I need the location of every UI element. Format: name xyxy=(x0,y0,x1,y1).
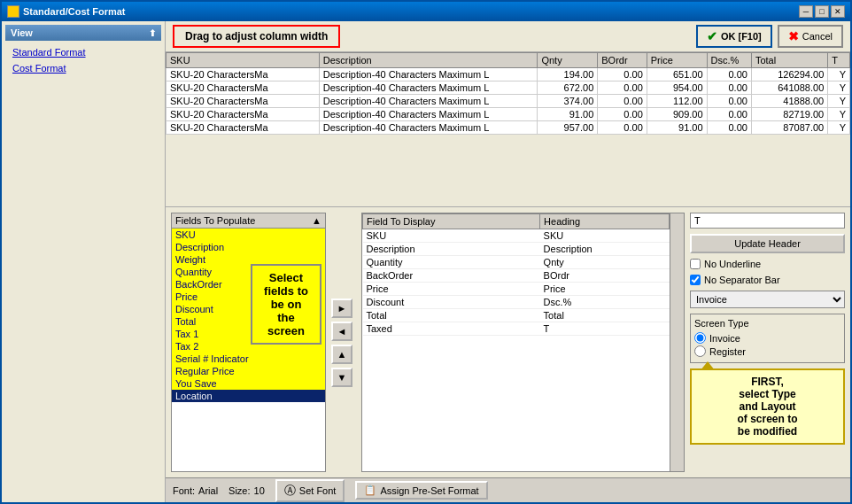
col-header-sku: SKU xyxy=(167,53,320,68)
horizontal-scrollbar[interactable]: ◄ ► xyxy=(166,206,850,207)
display-row: SKUSKU xyxy=(363,229,670,243)
table-cell: Y xyxy=(828,95,850,108)
sidebar: View ⬆ Standard Format Cost Format xyxy=(2,21,166,502)
display-cell: Price xyxy=(540,283,670,296)
set-font-label: Set Font xyxy=(299,485,337,496)
col-header-total: Total xyxy=(751,53,827,68)
fields-panel: Fields To Populate ▲ SKUDescriptionWeigh… xyxy=(171,213,326,472)
move-up-button[interactable]: ▲ xyxy=(331,345,352,364)
table-cell: 41888.00 xyxy=(751,95,827,108)
field-item[interactable]: You Save xyxy=(172,377,325,390)
fields-panel-scroll-icon: ▲ xyxy=(312,215,321,226)
table-scroll[interactable]: SKU Description Qnty BOrdr Price Dsc.% T… xyxy=(166,52,850,206)
invoice-label: Invoice xyxy=(709,333,740,344)
table-cell: 112.00 xyxy=(647,95,707,108)
display-cell: Taxed xyxy=(363,322,540,336)
config-area: Fields To Populate ▲ SKUDescriptionWeigh… xyxy=(166,207,850,477)
table-row: SKU-20 CharactersMaDescription-40 Charac… xyxy=(167,68,850,81)
move-left-button[interactable]: ◄ xyxy=(331,322,352,341)
table-cell: 374.00 xyxy=(538,95,598,108)
display-row: TaxedT xyxy=(363,322,670,336)
field-item[interactable]: Regular Price xyxy=(172,365,325,377)
display-cell: T xyxy=(540,322,670,336)
cancel-button[interactable]: ✖ Cancel xyxy=(778,25,843,48)
no-underline-checkbox[interactable] xyxy=(690,259,701,269)
table-cell: 0.00 xyxy=(598,81,647,95)
invoice-radio-row: Invoice xyxy=(694,332,840,344)
dropdown-row: Invoice Register xyxy=(690,291,845,308)
font-icon: Ⓐ xyxy=(284,483,296,499)
maximize-button[interactable]: □ xyxy=(815,5,829,18)
tooltip-container: FIRST,select Typeand Layoutof screen tob… xyxy=(690,368,845,445)
assign-format-button[interactable]: 📋 Assign Pre-Set Format xyxy=(355,481,487,500)
table-cell: 87087.00 xyxy=(751,121,827,135)
scroll-left-btn[interactable]: ◄ xyxy=(166,207,180,208)
table-cell: 641088.00 xyxy=(751,81,827,95)
title-bar: Standard/Cost Format ─ □ ✕ xyxy=(2,2,850,21)
display-table-wrapper: Field To Display Heading SKUSKUDescripti… xyxy=(362,213,684,471)
set-font-button[interactable]: Ⓐ Set Font xyxy=(275,479,345,502)
heading-input[interactable] xyxy=(690,213,845,229)
sidebar-header: View ⬆ xyxy=(5,25,161,41)
table-cell: 0.00 xyxy=(707,121,751,135)
font-label: Font: xyxy=(173,485,195,496)
minimize-button[interactable]: ─ xyxy=(799,5,813,18)
display-row: DescriptionDescription xyxy=(363,243,670,256)
invoice-radio[interactable] xyxy=(694,332,706,344)
display-row: DiscountDsc.% xyxy=(363,296,670,309)
font-info: Font: Arial Size: 10 xyxy=(173,485,265,496)
main-area: Drag to adjust column width ✔ OK [F10] ✖… xyxy=(166,21,850,502)
sidebar-item-standard-format[interactable]: Standard Format xyxy=(5,44,161,60)
scroll-right-btn[interactable]: ► xyxy=(836,207,850,208)
field-item[interactable]: Serial # Indicator xyxy=(172,353,325,365)
select-hint: Selectfields tobe onthescreen xyxy=(251,264,321,345)
table-cell: 91.00 xyxy=(538,108,598,121)
right-config: Update Header No Underline No Separator … xyxy=(690,213,845,472)
display-table-area[interactable]: Field To Display Heading SKUSKUDescripti… xyxy=(362,213,670,471)
no-separator-checkbox[interactable] xyxy=(690,275,701,285)
data-table: SKU Description Qnty BOrdr Price Dsc.% T… xyxy=(166,52,850,135)
table-cell: 0.00 xyxy=(598,108,647,121)
col-header-t: T xyxy=(828,53,850,68)
field-item[interactable]: Location xyxy=(172,390,325,402)
move-down-button[interactable]: ▼ xyxy=(331,368,352,387)
display-cell: Qnty xyxy=(540,256,670,269)
table-row: SKU-20 CharactersMaDescription-40 Charac… xyxy=(167,108,850,121)
move-right-button[interactable]: ► xyxy=(331,299,352,318)
ok-button[interactable]: ✔ OK [F10] xyxy=(696,25,772,48)
display-cell: Dsc.% xyxy=(540,296,670,309)
sidebar-header-label: View xyxy=(11,27,33,38)
field-item[interactable]: SKU xyxy=(172,229,325,241)
register-radio[interactable] xyxy=(694,345,706,357)
display-row: PricePrice xyxy=(363,283,670,296)
assign-icon: 📋 xyxy=(364,485,376,496)
layout-dropdown[interactable]: Invoice Register xyxy=(690,291,845,308)
field-item[interactable]: Description xyxy=(172,241,325,253)
display-cell: SKU xyxy=(363,229,540,243)
screen-type-title: Screen Type xyxy=(694,318,840,329)
col-header-desc: Description xyxy=(319,53,538,68)
sidebar-chevron-icon[interactable]: ⬆ xyxy=(149,28,156,38)
table-cell: 954.00 xyxy=(647,81,707,95)
table-cell: Description-40 Characters Maximum L xyxy=(319,108,538,121)
display-scrollbar[interactable] xyxy=(670,213,684,471)
main-window: Standard/Cost Format ─ □ ✕ View ⬆ Standa… xyxy=(0,0,852,504)
display-cell: Discount xyxy=(363,296,540,309)
update-header-button[interactable]: Update Header xyxy=(690,234,845,253)
x-icon: ✖ xyxy=(788,29,799,43)
table-cell: Description-40 Characters Maximum L xyxy=(319,121,538,135)
sidebar-item-cost-format[interactable]: Cost Format xyxy=(5,60,161,76)
tooltip-arrow-icon xyxy=(701,361,715,370)
table-cell: Description-40 Characters Maximum L xyxy=(319,81,538,95)
table-cell: Y xyxy=(828,81,850,95)
table-cell: 0.00 xyxy=(707,68,751,81)
table-cell: Y xyxy=(828,121,850,135)
register-radio-row: Register xyxy=(694,345,840,357)
display-table: Field To Display Heading SKUSKUDescripti… xyxy=(362,213,670,336)
display-cell: Description xyxy=(363,243,540,256)
table-cell: SKU-20 CharactersMa xyxy=(167,68,320,81)
close-button[interactable]: ✕ xyxy=(831,5,845,18)
table-cell: 672.00 xyxy=(538,81,598,95)
no-separator-label: No Separator Bar xyxy=(704,275,780,285)
table-cell: 957.00 xyxy=(538,121,598,135)
